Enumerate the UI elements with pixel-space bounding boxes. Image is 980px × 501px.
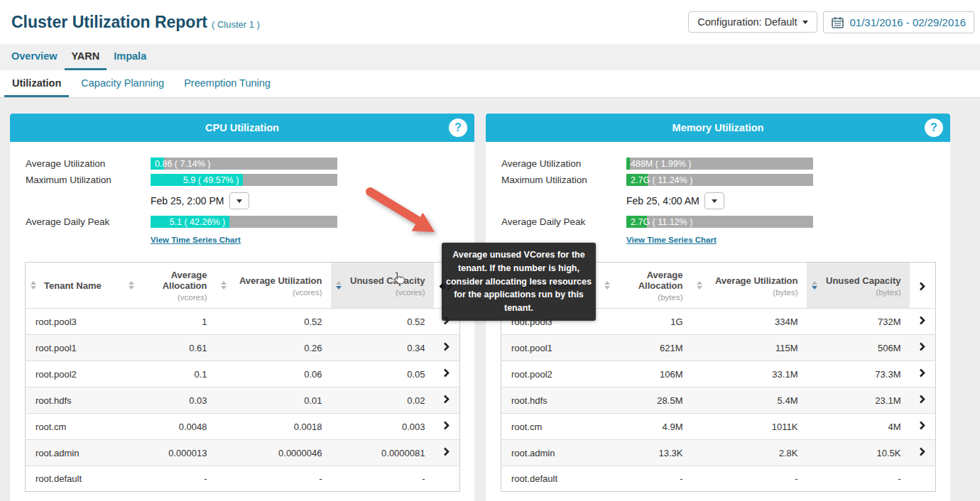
tab-preemption-tuning[interactable]: Preemption Tuning [176,70,278,97]
avg-utilization-label: Average Utilization [501,158,626,169]
chevron-right-icon [919,368,925,378]
hand-pointer-cursor [391,270,406,287]
expand-row-cell[interactable] [434,440,460,466]
expand-row-cell[interactable] [434,361,460,387]
chevron-down-icon [236,199,242,203]
max-utilization-bar: 5.9 ( 49.57% ) [151,174,337,186]
expand-row-cell[interactable] [910,309,936,335]
peak-time-dropdown-button[interactable] [704,192,724,209]
expand-row-cell[interactable] [910,414,936,440]
expand-row-cell[interactable] [434,414,460,440]
configuration-dropdown-button[interactable]: Configuration: Default [688,11,817,33]
table-row[interactable]: root.default--- [26,466,460,492]
bar-value: 5.9 ( 49.57% ) [151,174,243,186]
table-row[interactable]: root.cm0.00480.00180.003 [26,414,460,440]
avg-utilization-label: Average Utilization [26,158,151,169]
peak-time-value: Feb 25, 2:00 PM [151,195,224,207]
tab-overview[interactable]: Overview [4,44,65,70]
sort-icon [604,281,610,290]
chevron-right-icon [919,316,925,325]
sort-descending-icon [812,281,817,290]
max-utilization-bar: 2.7G ( 11.24% ) [626,174,813,186]
expand-row-cell[interactable] [434,335,460,361]
tab-utilization[interactable]: Utilization [4,70,69,97]
column-header-average-utilization[interactable]: Average Utilization(bytes) [692,263,807,309]
scroll-columns-header[interactable] [910,263,936,309]
table-row[interactable]: root.admin0.0000130.00000460.0000081 [26,440,460,466]
peak-time-dropdown-button[interactable] [229,192,249,209]
table-row[interactable]: root.pool2106M33.1M73.3M [501,361,936,387]
tenant-name-cell: root.default [501,466,599,492]
sort-icon [31,281,36,290]
cpu-utilization-panel: CPU Utilization ? Average Utilization 0.… [10,114,474,501]
value-cell: 0.01 [216,387,331,414]
expand-row-cell [910,466,936,492]
table-row[interactable]: root.hdfs0.030.010.02 [26,387,460,414]
help-icon[interactable]: ? [449,119,467,137]
table-row[interactable]: root.hdfs28.5M5.4M23.1M [501,387,936,414]
value-cell: 1 [124,309,216,335]
bar-value: 5.1 ( 42.26% ) [151,216,229,228]
table-row[interactable]: root.pool10.610.260.34 [26,335,460,361]
view-time-series-chart-link[interactable]: View Time Series Chart [151,236,241,244]
column-header-average-allocation[interactable]: Average Allocation(vcores) [124,263,216,309]
expand-row-cell[interactable] [434,387,460,414]
column-header-unused-capacity[interactable]: Unused Capacity(bytes) [807,263,910,309]
top-controls: Configuration: Default 01/31/2016 - 02/2… [688,11,974,33]
table-row[interactable]: root.pool1621M115M506M [501,335,936,361]
chevron-right-icon [443,342,450,351]
table-row[interactable]: root.cm4.9M1011K4M [501,414,936,440]
value-cell: 0.52 [331,309,434,335]
expand-row-cell[interactable] [910,440,936,466]
tab-impala[interactable]: Impala [107,44,153,70]
table-row[interactable]: root.pool20.10.060.05 [26,361,460,387]
expand-row-cell[interactable] [910,361,936,387]
value-cell: 0.34 [331,335,434,361]
value-cell: 73.3M [807,361,910,387]
tab-yarn[interactable]: YARN [65,44,107,70]
tooltip: Average unused VCores for the tenant. If… [442,243,596,321]
tab-capacity-planning[interactable]: Capacity Planning [73,70,172,97]
cpu-panel-title: CPU Utilization [205,122,279,133]
max-utilization-label: Maximum Utilization [26,175,151,185]
tenant-name-cell: root.admin [26,440,124,466]
expand-row-cell[interactable] [910,335,936,361]
chevron-right-icon [919,395,925,404]
date-range-value: 01/31/2016 - 02/29/2016 [850,16,966,28]
value-cell: - [807,466,910,492]
bar-value: 488M ( 1.99% ) [626,158,691,170]
column-header-unused-capacity[interactable]: Unused Capacity(vcores) [331,263,434,309]
red-arrow-annotation [359,183,451,247]
column-header-average-utilization[interactable]: Average Utilization(vcores) [216,263,331,309]
date-range-picker[interactable]: 01/31/2016 - 02/29/2016 [823,11,974,33]
table-row[interactable]: root.default--- [501,466,936,492]
sort-icon [697,281,702,290]
memory-table-body: root.pool31G334M732Mroot.pool1621M115M50… [501,309,936,492]
chevron-right-icon [919,421,925,430]
column-header-tenant-name[interactable]: Tenant Name [26,263,124,309]
chevron-right-icon [919,447,925,456]
tenant-name-cell: root.pool3 [26,309,124,335]
bar-value: 0.86 ( 7.14% ) [151,158,211,170]
help-icon[interactable]: ? [925,119,943,137]
view-time-series-chart-link[interactable]: View Time Series Chart [626,236,717,244]
cluster-utilization-report-page: Cluster Utilization Report( Cluster 1 ) … [0,0,980,501]
value-cell: - [599,466,692,492]
page-title: Cluster Utilization Report( Cluster 1 ) [11,13,260,32]
column-header-average-allocation[interactable]: Average Allocation(bytes) [599,263,692,309]
value-cell: 0.02 [331,387,434,414]
value-cell: 334M [692,309,807,335]
value-cell: 106M [599,361,692,387]
avg-daily-peak-label: Average Daily Peak [26,216,151,227]
memory-panel-header: Memory Utilization ? [486,114,950,142]
value-cell: - [216,466,331,492]
table-row[interactable]: root.admin13.3K2.8K10.5K [501,440,936,466]
value-cell: 33.1M [692,361,807,387]
tenant-name-cell: root.cm [26,414,124,440]
cluster-name: ( Cluster 1 ) [212,19,260,30]
table-row[interactable]: root.pool310.520.52 [26,309,460,335]
expand-row-cell[interactable] [910,387,936,414]
value-cell: 0.003 [331,414,434,440]
chevron-down-icon [802,21,808,24]
avg-daily-peak-bar: 2.7G ( 11.12% ) [626,216,813,228]
